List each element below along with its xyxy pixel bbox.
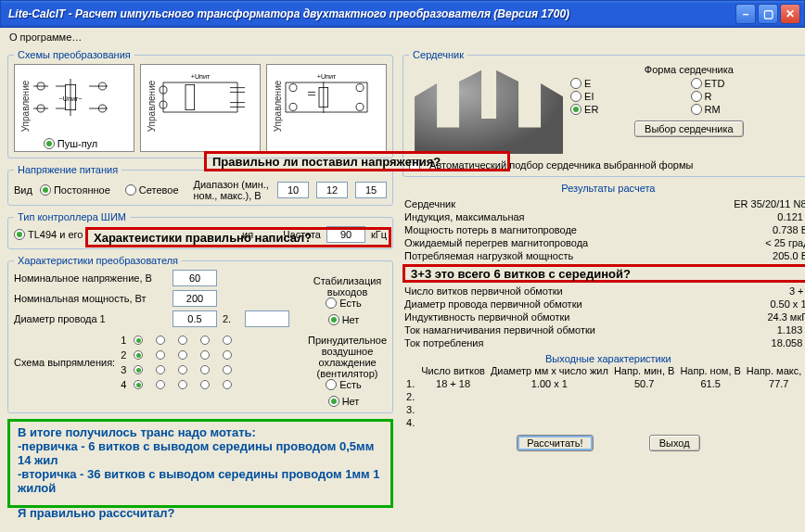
window-title: Lite-CalcIT - Расчет импульсного трансфо… xyxy=(8,7,735,20)
core-EI[interactable]: EI xyxy=(570,91,673,102)
core-legend: Сердечник xyxy=(409,49,467,60)
close-button[interactable]: ✕ xyxy=(780,4,800,24)
wire1-input[interactable] xyxy=(172,310,217,327)
minimize-button[interactable]: – xyxy=(735,4,756,24)
nomU-input[interactable] xyxy=(172,270,217,286)
calc-button[interactable]: Рассчитать! xyxy=(517,435,593,451)
svg-point-17 xyxy=(289,84,297,92)
conv-legend: Характеристики преобразователя xyxy=(14,255,182,266)
svg-point-18 xyxy=(289,103,297,110)
core-ETD[interactable]: ETD xyxy=(691,78,800,89)
pick-core-button[interactable]: Выбор сердечника xyxy=(634,120,744,137)
wire2-input[interactable] xyxy=(245,310,289,327)
svg-rect-8 xyxy=(185,84,195,109)
nomP-input[interactable] xyxy=(172,290,217,307)
fan-yes[interactable]: Есть xyxy=(326,379,361,390)
results-table: СердечникER 35/20/11 N87 Индукция, макси… xyxy=(402,197,805,262)
scheme-half-bridge[interactable]: Управление +Uпит xyxy=(140,64,261,152)
vmin-input[interactable] xyxy=(277,182,309,198)
pwm-legend: Тип контроллера ШИМ xyxy=(14,211,130,222)
schemes-group: Схемы преобразования Управление ~Uпит~ xyxy=(7,49,393,158)
window-buttons: – ▢ ✕ xyxy=(735,4,800,24)
scheme-full-bridge[interactable]: Управление +Uпит xyxy=(266,64,387,152)
supply-mains[interactable]: Сетевое xyxy=(125,184,179,196)
schemes-legend: Схемы преобразования xyxy=(14,49,134,60)
vmax-input[interactable] xyxy=(355,182,387,198)
title-bar: Lite-CalcIT - Расчет импульсного трансфо… xyxy=(0,0,805,28)
core-R[interactable]: R xyxy=(691,91,800,102)
stab-no[interactable]: Нет xyxy=(328,314,360,325)
scheme-push-pull[interactable]: Управление ~Uпит~ Пуш-пул xyxy=(14,64,134,152)
fan-no[interactable]: Нет xyxy=(328,396,360,407)
annot-chars: Характеистики правильно написал? xyxy=(85,227,391,247)
annot-voltage: Правильно ли поставил напряжения? xyxy=(204,151,510,171)
pwm-tl494[interactable]: TL494 и его xyxy=(14,229,83,240)
svg-text:+Uпит: +Uпит xyxy=(191,72,211,81)
svg-text:+Uпит: +Uпит xyxy=(317,72,337,81)
core-RM[interactable]: RM xyxy=(691,104,800,115)
menu-bar: О программе… xyxy=(0,28,805,44)
svg-text:~Uпит~: ~Uпит~ xyxy=(59,95,83,103)
menu-about[interactable]: О программе… xyxy=(9,32,82,43)
core-ER[interactable]: ER xyxy=(570,104,673,115)
converter-group: Характеристики преобразователя Номинальн… xyxy=(7,255,393,413)
maximize-button[interactable]: ▢ xyxy=(758,4,778,24)
stab-yes[interactable]: Есть xyxy=(326,298,361,309)
core-image xyxy=(415,66,563,154)
rect-1-1[interactable] xyxy=(134,336,143,345)
core-E[interactable]: E xyxy=(570,78,673,89)
exit-button[interactable]: Выход xyxy=(649,435,700,451)
secondary-table: Число витковДиаметр мм x число жил Напр.… xyxy=(402,364,805,429)
svg-point-20 xyxy=(356,103,364,110)
results-legend: Результаты расчета xyxy=(402,183,805,194)
supply-const[interactable]: Постоянное xyxy=(40,184,110,196)
supply-legend: Напряжение питания xyxy=(14,164,121,175)
scheme-push-pull-radio[interactable]: Пуш-пул xyxy=(44,138,98,149)
annot-turns: 3+3 это всего 6 витков с серединой? xyxy=(402,264,805,283)
svg-point-19 xyxy=(356,84,364,92)
vnom-input[interactable] xyxy=(316,182,348,198)
annot-summary: В итоге получилось транс надо мотать: -п… xyxy=(7,419,393,508)
